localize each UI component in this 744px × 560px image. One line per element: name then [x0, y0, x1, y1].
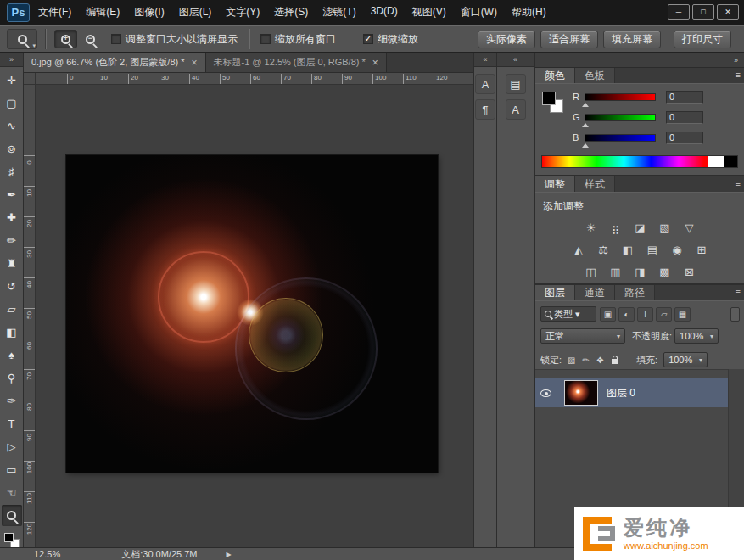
rectangular-marquee-tool[interactable]: ▢ [2, 92, 22, 114]
eyedropper-tool[interactable]: ✒ [2, 184, 22, 205]
zoom-in-button[interactable]: + [54, 30, 77, 48]
history-brush-tool[interactable]: ↺ [2, 276, 22, 297]
checkbox[interactable] [260, 34, 271, 44]
menu-item[interactable]: 3D(D) [371, 5, 398, 20]
adjustment-icon[interactable]: ⊠ [680, 264, 698, 279]
fit-screen-button[interactable]: 适合屏幕 [540, 31, 598, 48]
status-flyout-button[interactable]: ▶ [226, 551, 231, 558]
adjustment-icon[interactable]: ▧ [656, 220, 674, 235]
menu-item[interactable]: 图像(I) [134, 5, 164, 20]
layer-filter-toggle[interactable] [730, 307, 740, 322]
menu-item[interactable]: 窗口(W) [461, 5, 497, 20]
quick-selection-tool[interactable]: ⊚ [2, 138, 22, 160]
red-value-field[interactable]: 0 [666, 91, 703, 104]
blue-slider[interactable] [585, 134, 656, 142]
actual-pixels-button[interactable]: 实际像素 [478, 31, 535, 48]
resize-windows-to-fit-checkbox[interactable]: 调整窗口大小以满屏显示 [111, 32, 238, 47]
tab-channels[interactable]: 通道 [575, 285, 615, 300]
maximize-button[interactable]: □ [692, 4, 714, 20]
zoom-tool[interactable] [2, 505, 22, 526]
scrubby-zoom-checkbox[interactable]: ✓ 细微缩放 [363, 32, 418, 47]
print-size-button[interactable]: 打印尺寸 [674, 31, 731, 48]
green-slider[interactable] [585, 114, 656, 121]
vertical-ruler[interactable]: 0102030405060708090100110120 [24, 85, 36, 547]
layer-thumbnail[interactable] [564, 380, 598, 406]
adjustment-icon[interactable]: ◨ [631, 264, 649, 279]
pen-tool[interactable]: ✑ [2, 390, 22, 412]
fill-screen-button[interactable]: 填充屏幕 [603, 31, 661, 48]
panel-menu-icon[interactable]: ≡ [736, 287, 741, 297]
collapse-panels-button[interactable]: » [535, 53, 744, 68]
blend-mode-select[interactable]: 正常 ▾ [540, 328, 625, 344]
character-styles-panel-icon[interactable]: ▤ [506, 74, 526, 94]
panel-menu-icon[interactable]: ≡ [736, 70, 741, 80]
close-icon[interactable]: × [192, 57, 198, 69]
close-button[interactable]: ✕ [717, 4, 739, 20]
slider-thumb[interactable] [582, 99, 589, 107]
filter-adjustment-layers-icon[interactable]: ◐ [618, 307, 635, 322]
adjustment-icon[interactable]: ◉ [668, 242, 686, 257]
filter-type-layers-icon[interactable]: T [637, 307, 653, 322]
horizontal-ruler[interactable]: 0102030405060708090100110120 [36, 73, 473, 85]
zoom-level-field[interactable]: 12.5% [34, 549, 60, 559]
document-tab[interactable]: 0.jpg @ 66.7% (色阶 2, 图层蒙版/8) * × [24, 53, 206, 72]
adjustment-icon[interactable]: ▽ [680, 220, 698, 235]
color-spectrum-ramp[interactable] [541, 155, 738, 168]
foreground-color-swatch[interactable] [542, 92, 556, 105]
document-image[interactable] [66, 155, 438, 473]
menu-item[interactable]: 图层(L) [179, 5, 212, 20]
shape-tool[interactable]: ▭ [2, 459, 22, 480]
paragraph-styles-panel-icon[interactable]: A [506, 99, 526, 120]
adjustment-icon[interactable]: ▤ [644, 242, 662, 257]
character-panel-icon[interactable]: A [475, 74, 495, 94]
fill-select[interactable]: 100% ▾ [663, 352, 708, 367]
tab-color[interactable]: 颜色 [535, 68, 575, 83]
layer-row[interactable]: 图层 0 [535, 378, 728, 407]
layer-filter-type-select[interactable]: 类型 ▾ [540, 306, 596, 322]
lasso-tool[interactable]: ∿ [2, 115, 22, 137]
lock-all-icon[interactable] [608, 354, 621, 367]
green-value-field[interactable]: 0 [666, 111, 703, 124]
lock-position-icon[interactable]: ✥ [594, 354, 607, 367]
lock-image-pixels-icon[interactable]: ✏ [579, 354, 592, 367]
ruler-origin-corner[interactable] [24, 73, 36, 85]
menu-item[interactable]: 文字(Y) [226, 5, 260, 20]
move-tool[interactable]: ✛ [2, 70, 22, 91]
blur-tool[interactable]: ♠ [2, 344, 22, 366]
foreground-background-colors[interactable] [4, 533, 20, 548]
filter-pixel-layers-icon[interactable]: ▣ [600, 307, 616, 322]
blue-value-field[interactable]: 0 [666, 132, 703, 144]
menu-item[interactable]: 视图(V) [412, 5, 446, 20]
filter-shape-layers-icon[interactable]: ▱ [656, 307, 672, 322]
crop-tool[interactable]: ♯ [2, 161, 22, 182]
red-slider[interactable] [585, 93, 656, 101]
menu-item[interactable]: 帮助(H) [512, 5, 546, 20]
adjustment-icon[interactable]: ◧ [619, 242, 637, 257]
filter-smart-object-layers-icon[interactable]: ▦ [674, 307, 691, 322]
panel-menu-icon[interactable]: ≡ [736, 178, 741, 188]
adjustment-icon[interactable]: ⣶ [607, 220, 624, 235]
adjustment-icon[interactable]: ◭ [570, 242, 588, 257]
tab-layers[interactable]: 图层 [535, 285, 575, 300]
adjustment-icon[interactable]: ◪ [631, 220, 649, 235]
expand-panels-button[interactable]: « [474, 53, 496, 67]
gradient-tool[interactable]: ◧ [2, 322, 22, 343]
spot-healing-brush-tool[interactable]: ✚ [2, 207, 22, 228]
tool-preset-picker[interactable]: ▾ [7, 29, 37, 49]
slider-thumb[interactable] [582, 120, 589, 127]
path-selection-tool[interactable]: ▷ [2, 436, 22, 457]
dodge-tool[interactable]: ⚲ [2, 367, 22, 389]
clone-stamp-tool[interactable]: ♜ [2, 253, 22, 274]
zoom-all-windows-checkbox[interactable]: 缩放所有窗口 [260, 32, 336, 47]
lock-transparent-pixels-icon[interactable]: ▨ [565, 354, 578, 367]
canvas[interactable] [36, 85, 473, 547]
adjustment-icon[interactable]: ▩ [656, 264, 674, 279]
type-tool[interactable]: T [2, 413, 22, 434]
opacity-select[interactable]: 100% ▾ [674, 328, 719, 344]
slider-thumb[interactable] [582, 140, 589, 148]
menu-item[interactable]: 编辑(E) [86, 5, 120, 20]
tab-swatches[interactable]: 色板 [575, 68, 615, 83]
foreground-color-swatch[interactable] [4, 533, 14, 542]
checkbox-checked[interactable]: ✓ [363, 34, 373, 44]
document-tab[interactable]: 未标题-1 @ 12.5% (图层 0, RGB/8) * × [206, 53, 387, 72]
